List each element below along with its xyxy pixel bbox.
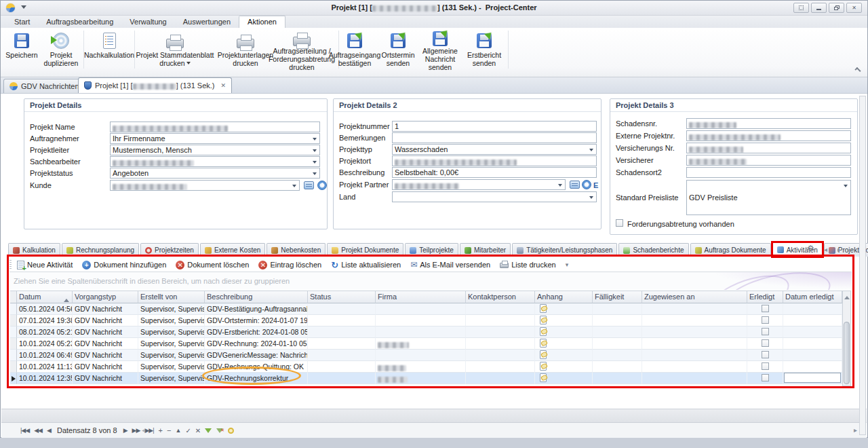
group-by-panel[interactable]: Ziehen Sie eine Spaltenüberschrift in di…: [9, 272, 852, 290]
erledigt-checkbox[interactable]: [762, 339, 769, 347]
erledigt-checkbox[interactable]: [762, 374, 769, 381]
sachbearbeiter-combo[interactable]: [110, 156, 320, 167]
projektstatus-combo[interactable]: Angeboten: [110, 168, 320, 179]
restore-button[interactable]: [829, 3, 844, 13]
neue-aktivitaet-button[interactable]: Neue Aktivität: [17, 261, 73, 269]
grid-vertical-scrollbar[interactable]: [842, 291, 851, 386]
attachment-icon[interactable]: [540, 362, 547, 371]
liste-drucken-button[interactable]: Liste drucken: [500, 261, 555, 269]
column-header-datum-erledigt[interactable]: Datum erledigt: [783, 291, 842, 303]
projekt-partner-combo[interactable]: [392, 179, 566, 190]
ribbon-tab-verwaltung[interactable]: Verwaltung: [121, 16, 174, 28]
nav-next-page-icon[interactable]: ▶▶: [132, 427, 140, 434]
schadensnr-input[interactable]: [686, 118, 851, 129]
nav-first-icon[interactable]: |◀◀: [20, 427, 29, 434]
column-header-beschreibung[interactable]: Beschreibung: [205, 291, 308, 303]
datum-erledigt-editor[interactable]: [784, 373, 841, 383]
partner-add-icon[interactable]: [582, 180, 591, 189]
column-header-status[interactable]: Status: [308, 291, 376, 303]
kunde-add-icon[interactable]: [317, 181, 327, 190]
attachment-icon[interactable]: [540, 327, 547, 336]
column-header-erledigt[interactable]: Erledigt: [747, 291, 783, 303]
tab-externe-kosten[interactable]: Externe Kosten: [200, 243, 265, 257]
table-row[interactable]: 05.01.2024 04:56 GDV Nachricht Superviso…: [10, 303, 842, 315]
page-vertical-scrollbar[interactable]: [859, 96, 866, 435]
history-icon[interactable]: [228, 428, 234, 434]
tab-rechnungsplanung[interactable]: Rechnungsplanung: [62, 243, 139, 257]
column-header-erstellt-von[interactable]: Erstellt von: [138, 291, 205, 303]
externe-projektnr-input[interactable]: [686, 130, 851, 141]
ortstermin-senden-button[interactable]: Ortsterminsenden: [378, 29, 418, 71]
tab-aktivitaeten[interactable]: Aktivitäten: [772, 242, 823, 257]
toolbar-grip[interactable]: [9, 260, 12, 269]
close-button[interactable]: ✕: [846, 3, 862, 13]
tab-settings-gear-icon[interactable]: ⚙: [807, 244, 814, 253]
nav-edit-icon[interactable]: ▲: [175, 427, 180, 434]
nav-prev-page-icon[interactable]: ◀◀: [34, 427, 42, 434]
versicherer-input[interactable]: [686, 155, 851, 166]
column-header-anhang[interactable]: Anhang: [535, 291, 593, 303]
erledigt-checkbox[interactable]: [762, 362, 769, 370]
schadensort2-input[interactable]: [686, 167, 851, 178]
toolbar-overflow-icon[interactable]: ▾: [566, 261, 569, 268]
versicherungs-nr-input[interactable]: [686, 143, 851, 153]
edit-filter-icon[interactable]: [216, 428, 223, 433]
projektnummer-input[interactable]: 1: [392, 121, 597, 132]
als-email-versenden-button[interactable]: ✉Als E-Mail versenden: [410, 260, 490, 269]
standard-preisliste-combo[interactable]: GDV Preisliste: [686, 180, 851, 215]
auftragserteilung-drucken-button[interactable]: Auftragserteilung /Forderungsabtretung d…: [267, 29, 337, 71]
allgemeine-nachricht-senden-button[interactable]: AllgemeineNachricht senden: [418, 29, 462, 71]
attachment-icon[interactable]: [540, 350, 547, 359]
column-header-firma[interactable]: Firma: [376, 291, 466, 303]
projekt-duplizieren-button[interactable]: Projektduplizieren: [40, 29, 82, 71]
projektleiter-combo[interactable]: Mustermensch, Mensch: [110, 145, 320, 155]
nav-next-icon[interactable]: ▶: [123, 427, 127, 434]
ribbon-tab-start[interactable]: Start: [6, 16, 38, 28]
scroll-up-icon[interactable]: [844, 293, 850, 299]
table-row[interactable]: 08.01.2024 05:21 GDV Nachricht Superviso…: [10, 326, 842, 338]
auftragseingang-bestaetigen-button[interactable]: Auftragseingangbestätigen: [333, 29, 376, 71]
attachment-icon[interactable]: [540, 316, 547, 324]
ribbon-tab-aktionen[interactable]: Aktionen: [239, 16, 285, 28]
nav-last-icon[interactable]: ▶▶|: [144, 427, 153, 434]
attachment-icon[interactable]: [540, 304, 547, 313]
tab-schadenberichte[interactable]: Schadenberichte: [618, 243, 688, 257]
table-row[interactable]: 10.01.2024 11:13 GDV Nachricht Superviso…: [10, 361, 842, 373]
nav-delete-icon[interactable]: −: [167, 426, 170, 434]
tab-scroll-left-icon[interactable]: ◂: [824, 246, 827, 253]
auftragnehmer-combo[interactable]: Ihr Firmenname: [110, 133, 320, 144]
kunde-card-icon[interactable]: [304, 181, 314, 189]
filter-icon[interactable]: [205, 428, 212, 433]
erstbericht-senden-button[interactable]: Erstberichtsenden: [463, 29, 505, 71]
table-row[interactable]: 10.01.2024 06:49 GDV Nachricht Superviso…: [10, 350, 842, 361]
column-header-datum[interactable]: Datum: [17, 291, 73, 303]
dokument-hinzufuegen-button[interactable]: +Dokument hinzufügen: [82, 261, 166, 269]
erledigt-checkbox[interactable]: [762, 305, 769, 312]
erledigt-checkbox[interactable]: [762, 316, 769, 324]
nav-prev-icon[interactable]: ◀: [47, 427, 51, 434]
beschreibung-input[interactable]: Selbstbehalt: 0,00€: [392, 167, 597, 178]
doc-tab-projekt[interactable]: Projekt [1] [] (131 Sek.) ✕: [78, 77, 232, 93]
table-row[interactable]: 10.01.2024 05:23 GDV Nachricht Superviso…: [10, 338, 842, 350]
attachment-icon[interactable]: [540, 339, 547, 348]
erledigt-checkbox[interactable]: [762, 351, 769, 358]
partner-card-icon[interactable]: [570, 181, 580, 189]
column-header-kontaktperson[interactable]: Kontaktperson: [466, 291, 535, 303]
erledigt-checkbox[interactable]: [762, 328, 769, 335]
speichern-button[interactable]: Speichern: [5, 29, 39, 71]
tab-nebenkosten[interactable]: Nebenkosten: [267, 243, 326, 257]
tab-auftrags-dokumente[interactable]: Auftrags Dokumente: [690, 243, 771, 257]
tab-taetigkeiten[interactable]: Tätigkeiten/Leistungsphasen: [512, 243, 617, 257]
scrollbar-thumb[interactable]: [844, 322, 850, 384]
bemerkungen-input[interactable]: [392, 132, 597, 143]
forderungsabtretung-checkbox[interactable]: [616, 219, 623, 227]
hscroll-left-icon[interactable]: ◂: [142, 426, 145, 434]
nav-append-icon[interactable]: +: [159, 426, 162, 434]
table-row-selected[interactable]: 10.01.2024 12:35 GDV Nachricht Superviso…: [10, 373, 842, 384]
tab-projektzeiten[interactable]: Projektzeiten: [140, 243, 199, 257]
nav-post-icon[interactable]: ✓: [185, 427, 190, 434]
kunde-combo[interactable]: [110, 180, 300, 191]
column-header-vorgangstyp[interactable]: Vorgangstyp: [73, 291, 138, 303]
projektort-input[interactable]: [392, 155, 597, 166]
ribbon-tab-auftragsbearbeitung[interactable]: Auftragsbearbeitung: [38, 16, 121, 28]
